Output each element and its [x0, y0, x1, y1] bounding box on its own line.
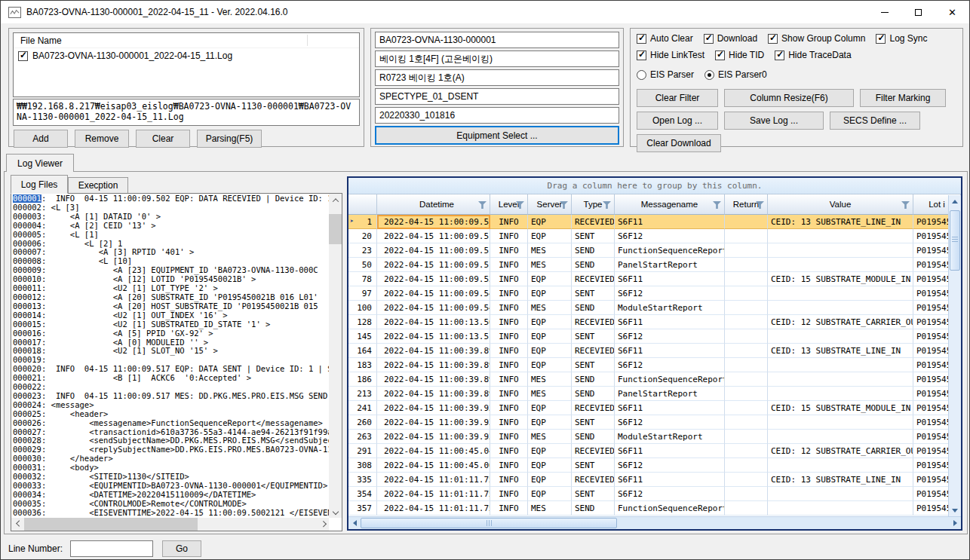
grid-horizontal-scrollbar[interactable] [348, 516, 961, 529]
table-row[interactable]: ➤12022-04-15 11:00:09.502INFOEQPRECEVIED… [348, 215, 961, 229]
table-cell[interactable] [768, 458, 913, 473]
clear-button[interactable]: Clear [136, 130, 190, 148]
table-cell[interactable] [768, 358, 913, 372]
table-cell[interactable]: EQP [528, 272, 572, 286]
table-cell[interactable]: S6F11 [615, 444, 725, 458]
table-cell[interactable]: ModuleStartReport [615, 430, 725, 444]
table-cell[interactable] [768, 258, 913, 272]
table-cell[interactable] [725, 458, 768, 473]
table-cell[interactable]: FunctionSequenceReport [615, 372, 725, 387]
row-number-cell[interactable]: 260 [348, 415, 377, 430]
column-header-server[interactable]: Server [528, 194, 572, 215]
checkbox-log-sync[interactable]: Log Sync [876, 33, 927, 44]
column-header-messagename[interactable]: Messagename [615, 194, 725, 215]
table-cell[interactable]: INFO [490, 258, 528, 272]
table-cell[interactable]: SEND [572, 387, 615, 401]
row-number-cell[interactable]: 183 [348, 358, 377, 372]
remove-button[interactable]: Remove [75, 130, 129, 148]
table-cell[interactable]: CEID: 13 SUBSTRATE_LINE_IN [768, 215, 913, 229]
log-vertical-scrollbar[interactable] [329, 194, 342, 518]
table-cell[interactable]: 2022-04-15 11:00:45.064 [377, 458, 490, 473]
table-cell[interactable] [725, 473, 768, 487]
table-row[interactable]: 202022-04-15 11:00:09.517INFOEQPSENTS6F1… [348, 229, 961, 243]
row-number-cell[interactable]: 97 [348, 286, 377, 301]
table-cell[interactable]: FunctionSequenceReport [615, 501, 725, 516]
table-cell[interactable]: INFO [490, 430, 528, 444]
checkbox-download[interactable]: Download [704, 33, 757, 44]
table-cell[interactable]: S6F12 [615, 329, 725, 344]
maximize-button[interactable] [901, 1, 935, 23]
table-cell[interactable]: RECEVIED [572, 444, 615, 458]
table-cell[interactable] [725, 315, 768, 329]
table-cell[interactable]: MES [528, 501, 572, 516]
table-cell[interactable] [768, 329, 913, 344]
table-cell[interactable]: SENT [572, 286, 615, 301]
table-cell[interactable]: SEND [572, 501, 615, 516]
scrollbar-thumb[interactable] [361, 518, 617, 528]
checkbox-hide-linktest[interactable]: Hide LinkTest [637, 50, 704, 60]
grid-vertical-scrollbar[interactable] [948, 195, 961, 516]
radio-eis-parser[interactable]: EIS Parser [637, 69, 694, 80]
table-cell[interactable]: S6F11 [615, 215, 725, 229]
table-cell[interactable]: 2022-04-15 11:00:39.892 [377, 387, 490, 401]
table-cell[interactable]: INFO [490, 401, 528, 415]
table-cell[interactable]: SEND [572, 372, 615, 387]
table-cell[interactable]: RECEVIED [572, 473, 615, 487]
checkbox-show-group-column[interactable]: Show Group Column [768, 33, 865, 44]
table-cell[interactable]: EQP [528, 315, 572, 329]
table-cell[interactable] [725, 415, 768, 430]
table-cell[interactable]: INFO [490, 372, 528, 387]
scroll-up-button[interactable] [329, 194, 342, 207]
table-cell[interactable]: INFO [490, 444, 528, 458]
row-number-cell[interactable]: ➤1 [348, 215, 377, 229]
table-cell[interactable]: INFO [490, 487, 528, 501]
table-cell[interactable]: RECEVIED [572, 344, 615, 358]
table-cell[interactable]: S6F11 [615, 344, 725, 358]
table-cell[interactable]: S6F11 [615, 272, 725, 286]
close-button[interactable]: ✕ [935, 1, 969, 23]
table-row[interactable]: 972022-04-15 11:00:09.548INFOEQPSENTS6F1… [348, 286, 961, 301]
column-header-value[interactable]: Value [768, 194, 913, 215]
table-cell[interactable]: SEND [572, 301, 615, 315]
table-cell[interactable]: CEID: 15 SUBSTRATE_MODULE_IN [768, 401, 913, 415]
table-cell[interactable]: 2022-04-15 11:01:11.756 [377, 473, 490, 487]
scroll-down-button[interactable] [329, 505, 342, 518]
file-checkbox[interactable] [18, 51, 28, 61]
table-cell[interactable]: 2022-04-15 11:00:09.517 [377, 258, 490, 272]
table-cell[interactable]: EQP [528, 215, 572, 229]
table-cell[interactable]: SENT [572, 487, 615, 501]
log-text[interactable]: 000001: INFO 04-15 11:00:09.502 EQP: DAT… [13, 194, 329, 518]
tab-log-viewer[interactable]: Log Viewer [6, 154, 74, 172]
log-line[interactable]: 000021: <B [1] ACKC6 '0:Accepted' > [13, 374, 329, 383]
table-cell[interactable]: RECEVIED [572, 272, 615, 286]
row-number-cell[interactable]: 291 [348, 444, 377, 458]
secs-define-button[interactable]: SECS Define ... [830, 112, 920, 130]
table-cell[interactable]: MES [528, 387, 572, 401]
filter-marking-button[interactable]: Filter Marking [860, 89, 946, 107]
table-cell[interactable]: EQP [528, 329, 572, 344]
table-cell[interactable]: 2022-04-15 11:00:13.502 [377, 315, 490, 329]
table-cell[interactable]: INFO [490, 301, 528, 315]
table-cell[interactable]: SENT [572, 358, 615, 372]
scroll-up-button[interactable] [949, 195, 961, 207]
line-number-input[interactable] [70, 540, 153, 557]
spec-type-field[interactable]: SPECTYPE_01_DSENT [375, 88, 619, 105]
table-cell[interactable]: 2022-04-15 11:00:13.517 [377, 329, 490, 344]
table-cell[interactable]: 2022-04-15 11:00:39.924 [377, 401, 490, 415]
table-cell[interactable] [725, 372, 768, 387]
table-row[interactable]: 1832022-04-15 11:00:39.892INFOEQPSENTS6F… [348, 358, 961, 372]
scroll-right-button[interactable] [949, 517, 961, 529]
table-cell[interactable]: 2022-04-15 11:00:09.548 [377, 301, 490, 315]
table-cell[interactable]: MES [528, 372, 572, 387]
table-cell[interactable]: 2022-04-15 11:00:09.548 [377, 286, 490, 301]
log-line[interactable]: 000036: <EISEVENTTIME>2022-04-15 11:00:0… [13, 509, 329, 518]
table-row[interactable]: 1642022-04-15 11:00:39.892INFOEQPRECEVIE… [348, 344, 961, 358]
scroll-left-button[interactable] [11, 518, 24, 531]
clear-download-button[interactable]: Clear Download [637, 134, 721, 152]
table-row[interactable]: 3352022-04-15 11:01:11.756INFOEQPRECEVIE… [348, 473, 961, 487]
table-cell[interactable] [725, 301, 768, 315]
row-number-cell[interactable]: 335 [348, 473, 377, 487]
table-cell[interactable]: EQP [528, 358, 572, 372]
table-cell[interactable] [725, 329, 768, 344]
table-cell[interactable]: S6F12 [615, 286, 725, 301]
